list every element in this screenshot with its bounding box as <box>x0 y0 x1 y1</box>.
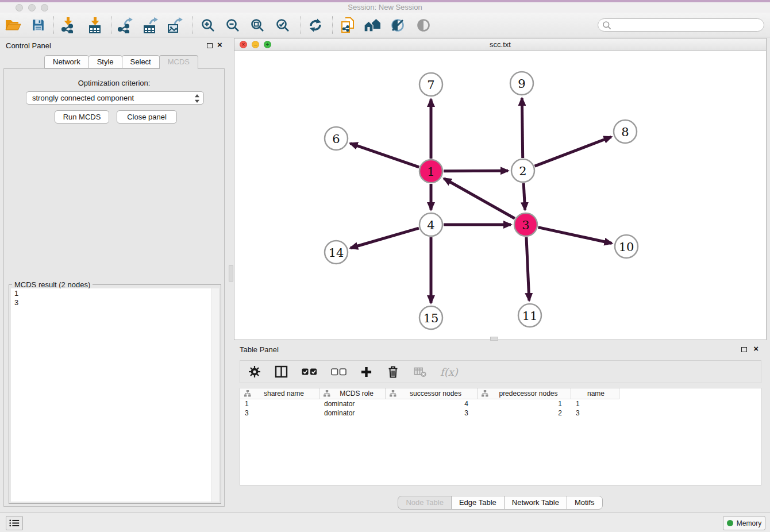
cell-shared-name[interactable]: 1 <box>240 399 319 408</box>
table-panel-title: Table Panel <box>240 345 279 354</box>
cell-successor-nodes[interactable]: 4 <box>386 399 478 408</box>
new-network-from-selection-button[interactable] <box>337 15 358 35</box>
show-columns-button[interactable] <box>275 365 288 378</box>
apply-layout-button[interactable] <box>305 15 326 35</box>
graph-edge-3-10[interactable] <box>538 228 611 244</box>
network-view-window: × – + scc.txt 1234678910111415 <box>234 38 767 340</box>
zoom-in-icon <box>201 18 215 33</box>
graph-node-label-3: 3 <box>522 218 529 232</box>
export-table-icon <box>143 17 159 33</box>
search-input[interactable] <box>611 20 764 30</box>
table-row[interactable]: 3dominator323 <box>240 408 761 418</box>
cell-predecessor-nodes[interactable]: 1 <box>478 399 571 408</box>
show-hide-graphics-details-button[interactable] <box>387 15 408 35</box>
column-header-name[interactable]: name <box>571 388 619 399</box>
memory-button[interactable]: Memory <box>723 516 765 530</box>
table-panel-float-icon[interactable] <box>741 347 747 352</box>
function-builder-button[interactable]: f(x) <box>440 366 458 378</box>
level-of-detail-button[interactable] <box>413 15 434 35</box>
export-network-icon <box>117 17 133 33</box>
column-header-successor-nodes[interactable]: successor nodes <box>386 388 478 399</box>
export-network-button[interactable] <box>115 15 136 35</box>
network-window-titlebar[interactable]: × – + scc.txt <box>234 38 766 51</box>
toolbar-separator <box>111 16 111 34</box>
window-titlebar: Session: New Session <box>0 2 770 13</box>
tab-network[interactable]: Network <box>44 55 89 68</box>
graph-edge-2-3[interactable] <box>523 183 525 210</box>
mcds-result-scrollbar[interactable] <box>211 288 219 502</box>
import-table-button[interactable] <box>84 15 105 35</box>
delete-columns-button[interactable] <box>386 365 400 379</box>
column-header-MCDS-role[interactable]: MCDS role <box>319 388 386 399</box>
tab-select[interactable]: Select <box>122 55 160 68</box>
graph-edge-2-8[interactable] <box>535 137 611 166</box>
cell-successor-nodes[interactable]: 3 <box>386 408 478 418</box>
network-canvas[interactable]: 1234678910111415 <box>234 51 766 340</box>
cell-MCDS-role[interactable]: dominator <box>319 408 386 418</box>
zoom-selected-icon <box>275 18 290 33</box>
table-tabs: Node Table Edge Table Network Table Moti… <box>234 496 767 510</box>
graph-edge-1-2[interactable] <box>444 171 508 171</box>
horizontal-splitter-grip[interactable] <box>490 337 498 341</box>
window-title: Session: New Session <box>0 3 770 11</box>
table-row[interactable]: 1dominator411 <box>240 399 761 408</box>
tab-mcds[interactable]: MCDS <box>159 55 198 69</box>
zoom-selected-button[interactable] <box>272 15 293 35</box>
zoom-fit-icon <box>250 18 265 33</box>
tab-style[interactable]: Style <box>88 55 122 68</box>
graph-node-label-11: 11 <box>522 309 538 323</box>
tab-edge-table[interactable]: Edge Table <box>451 496 505 510</box>
table-panel-close-icon[interactable]: × <box>753 345 759 352</box>
open-session-button[interactable] <box>3 15 24 35</box>
table-settings-button[interactable] <box>248 365 261 378</box>
check-all-icon <box>302 367 317 377</box>
export-image-button[interactable] <box>165 15 186 35</box>
delete-table-button[interactable] <box>414 366 426 377</box>
export-table-button[interactable] <box>140 15 161 35</box>
zoom-out-button[interactable] <box>222 15 243 35</box>
mcds-result-text[interactable]: 1 3 <box>11 288 211 502</box>
toolbar-separator <box>301 16 301 34</box>
main-toolbar <box>0 13 770 37</box>
plus-icon <box>360 366 372 378</box>
first-neighbors-button[interactable] <box>362 15 383 35</box>
tab-motifs[interactable]: Motifs <box>567 496 603 510</box>
tab-node-table[interactable]: Node Table <box>398 496 452 510</box>
save-session-button[interactable] <box>28 15 48 35</box>
column-label: name <box>575 390 617 398</box>
select-all-columns-button[interactable] <box>302 367 317 377</box>
mcds-panel: Optimization criterion: strongly connect… <box>3 68 225 507</box>
graph-edge-3-1[interactable] <box>444 179 515 218</box>
import-network-button[interactable] <box>57 15 78 35</box>
column-label: predecessor nodes <box>488 390 568 398</box>
save-floppy-icon <box>31 18 45 32</box>
close-panel-button[interactable]: Close panel <box>117 110 177 124</box>
zoom-fit-button[interactable] <box>247 15 268 35</box>
run-mcds-button[interactable]: Run MCDS <box>55 110 109 124</box>
graph-edge-1-6[interactable] <box>351 143 419 167</box>
zoom-in-button[interactable] <box>198 15 218 35</box>
graph-node-label-4: 4 <box>427 218 434 232</box>
create-column-button[interactable] <box>360 366 372 378</box>
tab-network-table[interactable]: Network Table <box>504 496 567 510</box>
control-panel-float-icon[interactable] <box>207 43 213 48</box>
panel-splitter-grip[interactable] <box>229 265 233 282</box>
unselect-all-columns-button[interactable] <box>331 367 346 377</box>
graph-edge-3-11[interactable] <box>526 237 529 300</box>
cell-shared-name[interactable]: 3 <box>240 408 319 418</box>
task-history-button[interactable] <box>6 516 23 530</box>
graph-edge-2-9[interactable] <box>522 98 522 158</box>
columns-icon <box>275 365 288 378</box>
column-label: MCDS role <box>330 390 383 398</box>
graph-edge-4-14[interactable] <box>351 228 419 248</box>
cell-name[interactable]: 1 <box>571 399 619 408</box>
column-header-predecessor-nodes[interactable]: predecessor nodes <box>478 388 571 399</box>
control-panel-close-icon[interactable]: × <box>217 41 222 48</box>
cell-name[interactable]: 3 <box>571 408 619 418</box>
column-header-shared-name[interactable]: shared name <box>240 388 319 399</box>
cell-predecessor-nodes[interactable]: 2 <box>478 408 571 418</box>
cell-MCDS-role[interactable]: dominator <box>319 399 386 408</box>
criterion-dropdown[interactable]: strongly connected component <box>26 91 204 105</box>
dropdown-stepper-icon <box>194 94 200 103</box>
table-header: shared nameMCDS rolesuccessor nodesprede… <box>240 388 761 399</box>
